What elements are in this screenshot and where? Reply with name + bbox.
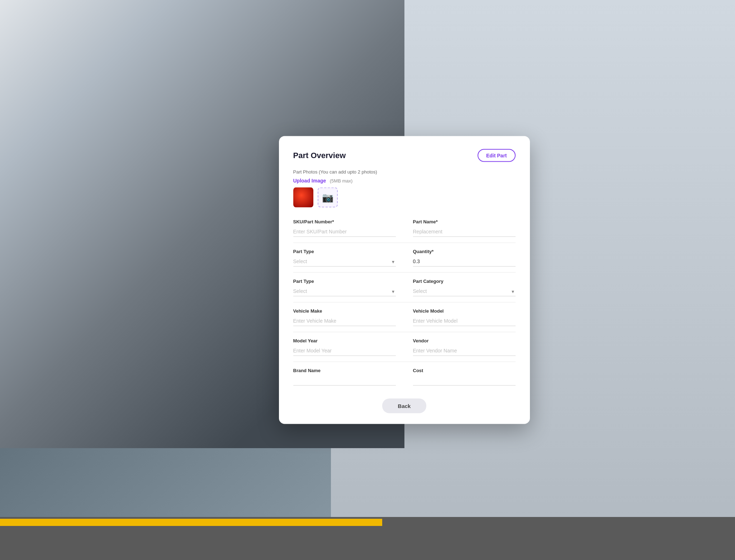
- part-type-select-wrapper: Select ▾: [293, 256, 396, 267]
- vehicle-model-input[interactable]: [413, 316, 516, 326]
- vehicle-model-label: Vehicle Model: [413, 308, 516, 314]
- sku-label: SKU/Part Number*: [293, 219, 396, 224]
- vendor-field-group: Vendor: [404, 334, 516, 360]
- brand-name-label: Brand Name: [293, 368, 396, 373]
- cost-label: Cost: [413, 368, 516, 373]
- part-form: SKU/Part Number* Part Name* Part Type Se…: [293, 215, 516, 390]
- sku-input[interactable]: [293, 227, 396, 237]
- modal-title: Part Overview: [293, 151, 346, 160]
- part-type-row2-label: Part Type: [293, 279, 396, 284]
- part-name-field-group: Part Name*: [404, 215, 516, 241]
- part-type-select[interactable]: Select: [293, 256, 396, 267]
- part-type-label: Part Type: [293, 249, 396, 254]
- part-category-select[interactable]: Select: [413, 286, 516, 296]
- camera-plus-icon: 📷: [322, 192, 333, 203]
- add-photo-button[interactable]: 📷: [318, 188, 338, 208]
- part-name-input[interactable]: [413, 227, 516, 237]
- vendor-label: Vendor: [413, 338, 516, 343]
- vehicle-make-label: Vehicle Make: [293, 308, 396, 314]
- vehicle-make-input[interactable]: [293, 316, 396, 326]
- modal-header: Part Overview Edit Part: [293, 149, 516, 162]
- sku-field-group: SKU/Part Number*: [293, 215, 404, 241]
- cost-input[interactable]: [413, 375, 516, 386]
- edit-part-button[interactable]: Edit Part: [478, 149, 516, 162]
- quantity-label: Quantity*: [413, 249, 516, 254]
- quantity-input[interactable]: [413, 256, 516, 267]
- photo-section-label: Part Photos (You can add upto 2 photos): [293, 169, 516, 175]
- part-type-field-group: Part Type Select ▾: [293, 245, 404, 271]
- part-name-label: Part Name*: [413, 219, 516, 224]
- upload-size-label: (5MB max): [330, 178, 353, 184]
- part-type-row2-select-wrapper: Select ▾: [293, 286, 396, 296]
- brand-name-field-group: Brand Name: [293, 364, 404, 390]
- model-year-field-group: Model Year: [293, 334, 404, 360]
- part-category-field-group: Part Category Select ▾: [404, 274, 516, 301]
- vehicle-make-field-group: Vehicle Make: [293, 304, 404, 331]
- photo-thumbnail[interactable]: [293, 188, 313, 208]
- back-button[interactable]: Back: [382, 399, 427, 413]
- upload-row: 📷: [293, 188, 516, 208]
- part-category-select-wrapper: Select ▾: [413, 286, 516, 296]
- photo-section: Part Photos (You can add upto 2 photos) …: [293, 169, 516, 208]
- part-overview-modal: Part Overview Edit Part Part Photos (You…: [279, 136, 530, 424]
- brand-name-input[interactable]: [293, 375, 396, 386]
- quantity-field-group: Quantity*: [404, 245, 516, 271]
- part-type-row2-group: Part Type Select ▾: [293, 274, 404, 301]
- upload-image-link[interactable]: Upload Image: [293, 178, 326, 184]
- part-type-row2-select[interactable]: Select: [293, 286, 396, 296]
- part-category-label: Part Category: [413, 279, 516, 284]
- vendor-input[interactable]: [413, 346, 516, 356]
- model-year-label: Model Year: [293, 338, 396, 343]
- cost-field-group: Cost: [404, 364, 516, 390]
- vehicle-model-field-group: Vehicle Model: [404, 304, 516, 331]
- modal-footer: Back: [293, 399, 516, 413]
- model-year-input[interactable]: [293, 346, 396, 356]
